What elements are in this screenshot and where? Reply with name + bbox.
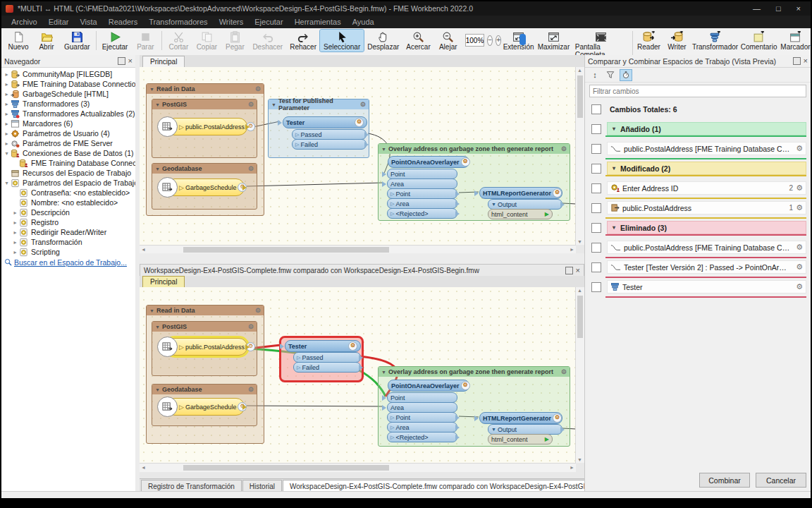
attribute-html-content[interactable]: html_content▶ <box>488 434 553 445</box>
gear-icon[interactable]: ⚙ <box>461 381 470 390</box>
close-icon[interactable]: × <box>804 58 808 64</box>
toolbar-button-desplazar[interactable]: Desplazar <box>364 30 402 52</box>
expand-arrow[interactable]: ▸ <box>11 210 19 216</box>
node-pointonareaoverlayer[interactable]: PointOnAreaOverlayer⚙ <box>388 156 469 168</box>
gear-icon[interactable]: ⚙ <box>553 188 562 198</box>
output-port-nub[interactable] <box>455 201 462 207</box>
collapse-arrow-icon[interactable]: ▾ <box>610 126 617 132</box>
port-rejected-output[interactable]: ▷<Rejected> <box>387 208 457 219</box>
checkbox[interactable] <box>591 183 601 193</box>
expand-arrow[interactable]: ▸ <box>3 81 11 87</box>
menu-item-vista[interactable]: Vista <box>74 18 102 26</box>
port-area-input[interactable]: Area <box>387 179 457 189</box>
gear-icon[interactable]: ⚙ <box>255 85 261 92</box>
merge-button[interactable]: Combinar <box>699 473 750 488</box>
sidebar-item-fme-training-database-connection[interactable]: FME Training Database Connection <box>1 158 135 168</box>
zoom-slider-minus-button[interactable]: − <box>487 35 493 46</box>
input-port-nub[interactable] <box>382 405 389 411</box>
toolbar-button-parar[interactable]: Parar <box>131 30 159 52</box>
gear-icon[interactable]: ⚙ <box>553 413 562 423</box>
menu-item-archivo[interactable]: Archivo <box>6 18 43 26</box>
port-passed[interactable]: ▷Passed <box>293 352 361 363</box>
expand-arrow[interactable]: ▸ <box>11 249 19 255</box>
input-port-nub[interactable] <box>382 181 389 187</box>
output-port-nub[interactable] <box>455 435 462 440</box>
change-row-tester[interactable]: ▾ Tester ⚙ <box>589 281 806 293</box>
expand-arrow[interactable]: ▸ <box>11 239 19 246</box>
expand-arrow[interactable]: ▸ <box>3 131 11 137</box>
tab-principal-bottom[interactable]: Principal <box>142 276 185 287</box>
sidebar-item-registro[interactable]: ▸ Registro <box>1 217 135 227</box>
checkbox[interactable] <box>591 104 601 114</box>
filter-funnel-icon[interactable] <box>605 70 616 80</box>
collapse-arrow-icon[interactable]: ▾ <box>610 224 617 231</box>
node-garbageschedule[interactable]: ▷GarbageSchedule⚙ <box>157 398 245 416</box>
toolbar-button-guardar[interactable]: Guardar <box>61 30 94 52</box>
port-rejected-output[interactable]: ▷<Rejected> <box>387 432 457 442</box>
output-port-nub[interactable] <box>560 202 567 207</box>
gear-icon[interactable]: ⚙ <box>248 323 254 330</box>
maximize-button[interactable]: □ <box>776 4 781 13</box>
expand-arrow[interactable]: ▸ <box>3 101 11 107</box>
output-port-nub[interactable] <box>455 191 462 197</box>
checkbox[interactable] <box>591 262 601 272</box>
filter-changes-field[interactable] <box>589 85 806 97</box>
change-row-cambios-totales-6[interactable]: ▾ Cambios Totales: 6 ⚙ <box>589 103 806 115</box>
gear-icon[interactable]: ⚙ <box>461 157 470 167</box>
output-port-nub[interactable] <box>245 344 252 350</box>
attribute-html-content[interactable]: html_content▶ <box>488 209 553 219</box>
expand-arrow[interactable]: ▾ <box>3 150 11 157</box>
node-tester-removed[interactable]: Tester ⚙ <box>285 340 361 352</box>
expand-arrow[interactable]: ▸ <box>3 121 11 127</box>
output-port-nub[interactable] <box>560 427 567 433</box>
output-port-nub[interactable] <box>455 415 462 421</box>
sidebar-item-descripci-n[interactable]: ▸ Descripción <box>1 207 135 217</box>
collapse-arrow-icon[interactable]: ▾ <box>610 165 617 171</box>
gear-icon[interactable]: ⚙ <box>360 101 366 108</box>
checkbox[interactable] <box>591 243 601 253</box>
scrollbar-thumb[interactable] <box>183 247 389 253</box>
vertical-scrollbar[interactable]: ▲▼ <box>575 287 584 463</box>
checkbox[interactable] <box>591 164 601 174</box>
cancel-button[interactable]: Cancelar <box>756 473 806 488</box>
menu-item-editar[interactable]: Editar <box>43 18 75 26</box>
output-port-nub[interactable] <box>242 185 250 190</box>
expand-arrow[interactable]: ▸ <box>3 111 11 117</box>
change-row-public-postaladdress-fme-training-databa[interactable]: ▾ public.PostalAddress [FME Training Dat… <box>589 241 806 253</box>
gear-icon[interactable]: ⚙ <box>561 145 567 152</box>
highlight-changes-icon[interactable] <box>620 70 632 80</box>
search-workspace-link[interactable]: Buscar en el Espacio de Trabajo... <box>1 257 135 267</box>
port-area-output[interactable]: ▷Area <box>387 198 457 209</box>
sidebar-item-par-metros-del-espacio-de-trabajo[interactable]: ▾ Parámetros del Espacio de Trabajo <box>1 178 135 188</box>
scrollbar-thumb[interactable] <box>577 75 583 118</box>
sidebar-item-contrase-a-no-establecido[interactable]: Contraseña: <no establecido> <box>1 188 135 198</box>
port-output[interactable]: ▼Output <box>488 199 562 210</box>
expand-arrow[interactable]: ▸ <box>3 71 11 78</box>
node-htmlreportgenerator[interactable]: HTMLReportGenerator⚙ <box>479 412 562 424</box>
change-row-a-adido-1[interactable]: ▾ Añadido (1) ⚙ <box>589 123 806 135</box>
sidebar-item-par-metros-de-usuario-4[interactable]: ▸ Parámetros de Usuario (4) <box>1 128 135 138</box>
toolbar-button-alejar[interactable]: Alejar <box>434 30 462 52</box>
input-port-nub[interactable] <box>382 395 389 401</box>
close-button[interactable]: × <box>796 4 801 13</box>
menu-item-writers[interactable]: Writers <box>214 18 250 26</box>
connection-garbage-area[interactable] <box>247 406 383 406</box>
filter-changes-input[interactable] <box>590 87 806 95</box>
change-row-public-postaladdress-fme-training-databa[interactable]: ▾ public.PostalAddress [FME Training Dat… <box>589 143 806 155</box>
gear-icon[interactable]: ⚙ <box>796 144 803 153</box>
port-point-output[interactable]: ▷Point <box>387 188 457 199</box>
expand-arrow[interactable]: ▸ <box>11 229 19 236</box>
output-port-nub[interactable] <box>359 365 366 370</box>
splitter-horizontal[interactable] <box>140 253 584 264</box>
toolbar-button-copiar[interactable]: Copiar <box>192 30 221 52</box>
sidebar-item-par-metros-de-fme-server[interactable]: ▸ Parámetros de FME Server <box>1 138 135 148</box>
output-port-nub[interactable] <box>455 425 462 430</box>
toolbar-button-deshacer[interactable]: Deshacer <box>249 30 286 52</box>
sidebar-item-transformaci-n[interactable]: ▸ Transformación <box>1 237 135 247</box>
port-area-input[interactable]: Area <box>387 402 457 413</box>
gear-icon[interactable]: ⚙ <box>796 282 803 291</box>
output-port-nub[interactable] <box>364 132 371 138</box>
close-icon[interactable]: × <box>576 267 580 274</box>
menu-item-transformadores[interactable]: Transformadores <box>143 18 213 26</box>
zoom-slider-plus-button[interactable]: + <box>496 35 501 46</box>
